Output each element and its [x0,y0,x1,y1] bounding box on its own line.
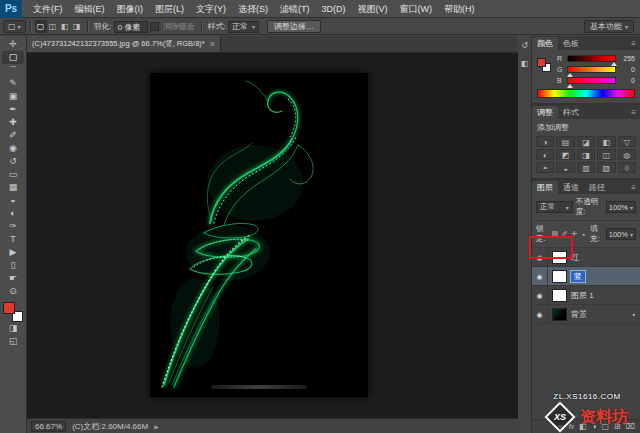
path-selection-tool[interactable]: ▶ [2,246,24,259]
adjustment-curves-icon[interactable]: ◪ [577,136,595,147]
menu-type[interactable]: 文字(Y) [190,0,232,18]
tab-channels[interactable]: 通道 [558,181,584,194]
rectangle-tool[interactable]: ▯ [2,259,24,272]
brush-tool[interactable]: ✐ [2,129,24,142]
panel-menu-icon[interactable]: ≡ [627,37,640,50]
document-tab[interactable]: (C)473731242132373555.jpg @ 66.7%(竖, RGB… [27,36,221,52]
panel-menu-icon[interactable]: ≡ [627,106,640,119]
tab-color[interactable]: 颜色 [532,37,558,50]
tool-preset-picker[interactable]: ▢ ▾ [3,20,26,33]
clone-stamp-tool[interactable]: ◉ [2,142,24,155]
foreground-color-swatch[interactable] [3,302,15,314]
refine-edge-button[interactable]: 调整边缘… [267,20,321,33]
antialias-checkbox[interactable] [150,22,159,31]
gradient-tool[interactable]: ▦ [2,181,24,194]
tab-swatches[interactable]: 色板 [558,37,584,50]
blue-slider[interactable] [567,77,616,84]
photoshop-logo-icon[interactable]: Ps [0,0,22,18]
green-value[interactable]: 0 [619,66,635,73]
style-select[interactable]: 正常 ▾ [228,21,259,33]
dodge-tool[interactable]: ◐ [2,207,24,220]
eyedropper-tool[interactable]: ✒ [2,103,24,116]
blue-value[interactable]: 0 [619,77,635,84]
adjustment-selective-color-icon[interactable]: ◊ [618,162,636,173]
close-tab-icon[interactable]: × [210,39,215,49]
type-tool[interactable]: T [2,233,24,246]
tab-styles[interactable]: 样式 [558,106,584,119]
rectangular-marquee-tool[interactable]: ▢ [2,51,24,64]
workspace-switcher[interactable]: 基本功能 ▾ [584,20,634,33]
adjustment-levels-icon[interactable]: ▤ [556,136,574,147]
tab-adjustments[interactable]: 调整 [532,106,558,119]
menu-layer[interactable]: 图层(L) [149,0,190,18]
layer-name-edit-field[interactable]: 竖 [571,271,585,282]
layer-visibility-eye-icon[interactable]: ◉ [532,286,548,304]
adjustment-brightness-contrast-icon[interactable]: ◑ [536,136,554,147]
feather-input[interactable]: 0 像素 [114,21,148,33]
zoom-tool[interactable]: ⊙ [2,285,24,298]
properties-panel-icon[interactable]: ◧ [521,59,529,68]
lock-all-icon[interactable]: ▪ [581,231,588,238]
layer-row-layer1[interactable]: ◉ 图层 1 [532,286,640,305]
menu-filter[interactable]: 滤镜(T) [274,0,316,18]
eraser-tool[interactable]: ▭ [2,168,24,181]
slider-handle[interactable] [567,84,573,88]
menu-file[interactable]: 文件(F) [27,0,69,18]
layer-thumbnail[interactable] [552,308,567,321]
red-value[interactable]: 255 [619,55,635,62]
layer-visibility-eye-icon[interactable]: ◉ [532,305,548,323]
adjustment-photo-filter-icon[interactable]: ◫ [597,149,615,160]
pen-tool[interactable]: ✑ [2,220,24,233]
quick-selection-tool[interactable]: ✎ [2,77,24,90]
crop-tool[interactable]: ▣ [2,90,24,103]
layer-row-background[interactable]: ◉ 背景 ▪ [532,305,640,324]
layer-visibility-eye-icon[interactable]: ◉ [532,267,548,285]
history-brush-tool[interactable]: ↺ [2,155,24,168]
spot-healing-brush-tool[interactable]: ✚ [2,116,24,129]
intersect-selection-mode-icon[interactable]: ◨ [71,20,83,33]
opacity-field[interactable]: 100% ▾ [606,201,636,213]
hand-tool[interactable]: ☛ [2,272,24,285]
layer-thumbnail[interactable] [552,289,567,302]
tab-layers[interactable]: 图层 [532,181,558,194]
fill-field[interactable]: 100% ▾ [606,228,636,240]
add-selection-mode-icon[interactable]: ◫ [47,20,59,33]
menu-3d[interactable]: 3D(D) [316,0,352,18]
quick-mask-button[interactable]: ◨ [2,322,24,335]
document-image[interactable] [150,73,368,397]
adjustment-posterize-icon[interactable]: ◒ [556,162,574,173]
zoom-level-field[interactable]: 66.67% [31,421,66,432]
adjustment-hue-saturation-icon[interactable]: ◐ [536,149,554,160]
adjustment-black-white-icon[interactable]: ◨ [577,149,595,160]
adjustment-color-balance-icon[interactable]: ◩ [556,149,574,160]
move-tool[interactable]: ✛ [2,38,24,51]
adjustment-gradient-map-icon[interactable]: ▧ [597,162,615,173]
menu-select[interactable]: 选择(S) [232,0,274,18]
screen-mode-button[interactable]: ◱ [2,335,24,348]
history-panel-icon[interactable]: ↺ [521,41,528,50]
red-slider[interactable] [567,55,616,62]
status-arrow-icon[interactable]: ▶ [154,423,159,430]
layer-name[interactable]: 图层 1 [571,290,594,301]
adjustment-channel-mixer-icon[interactable]: ◍ [618,149,636,160]
color-swatches[interactable] [3,302,23,322]
menu-view[interactable]: 视图(V) [352,0,394,18]
adjustment-invert-icon[interactable]: ◓ [536,162,554,173]
adjustment-vibrance-icon[interactable]: ▽ [618,136,636,147]
blur-tool[interactable]: ◒ [2,194,24,207]
menu-help[interactable]: 帮助(H) [438,0,481,18]
menu-window[interactable]: 窗口(W) [394,0,439,18]
blend-mode-select[interactable]: 正常 ▾ [536,201,573,213]
adjustment-threshold-icon[interactable]: ▥ [577,162,595,173]
lasso-tool[interactable]: ⌒ [2,64,24,77]
menu-edit[interactable]: 编辑(E) [69,0,111,18]
mini-color-swatches[interactable] [537,58,552,73]
green-slider[interactable] [567,66,616,73]
layer-thumbnail[interactable] [552,270,567,283]
adjustment-exposure-icon[interactable]: ◧ [597,136,615,147]
layer-row-selected[interactable]: ◉ 竖 [532,267,640,286]
new-selection-mode-icon[interactable]: ▢ [35,20,47,33]
panel-menu-icon[interactable]: ≡ [627,181,640,194]
subtract-selection-mode-icon[interactable]: ◧ [59,20,71,33]
layer-name[interactable]: 背景 [571,309,587,320]
